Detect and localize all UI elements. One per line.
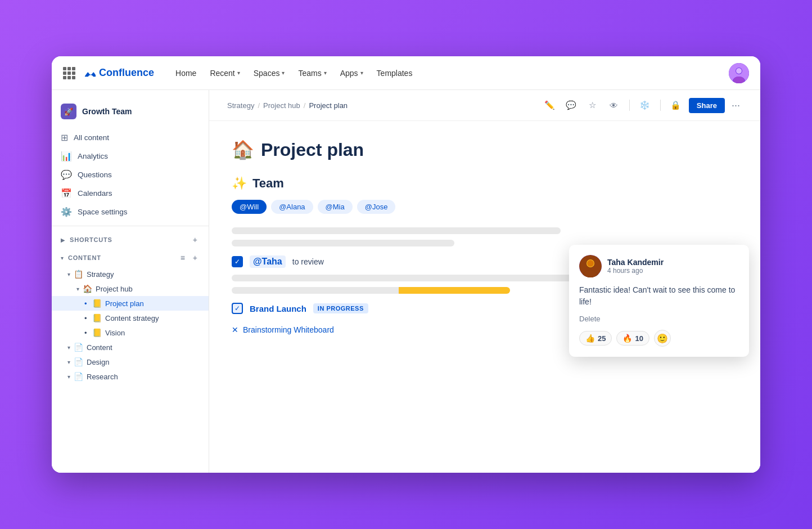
sidebar-item-calendars[interactable]: 📅 Calendars: [52, 184, 209, 203]
task-mention[interactable]: @Taha: [250, 255, 286, 268]
tag-will[interactable]: @Will: [232, 200, 267, 214]
brand-launch-checkbox[interactable]: ✓: [232, 303, 243, 314]
design-chevron: ▾: [67, 359, 70, 365]
shortcuts-chevron: ▶: [61, 237, 65, 243]
tag-jose[interactable]: @Jose: [357, 200, 396, 214]
confluence-logo[interactable]: Confluence: [84, 67, 154, 79]
content-header: Strategy / Project hub / Project plan ✏️…: [209, 90, 760, 121]
share-button[interactable]: Share: [689, 98, 725, 113]
content-section[interactable]: ▾ CONTENT ≡ +: [52, 249, 209, 267]
star-icon[interactable]: ☆: [584, 97, 601, 114]
top-nav: Confluence Home Recent ▾ Spaces ▾ Teams …: [52, 56, 760, 90]
commenter-info: Taha Kandemir 4 hours ago: [607, 258, 664, 275]
placeholder-line-1: [232, 227, 561, 234]
comment-icon[interactable]: 💬: [563, 97, 580, 114]
task-checkbox[interactable]: ✓: [232, 256, 243, 267]
content-section-left: ▾ CONTENT: [61, 254, 101, 261]
nav-teams[interactable]: Teams ▾: [292, 65, 332, 81]
tree-content-strategy[interactable]: • 📒 Content strategy: [52, 311, 209, 325]
thumbs-up-reaction[interactable]: 👍 25: [579, 331, 612, 346]
user-avatar[interactable]: [729, 63, 749, 83]
nav-home[interactable]: Home: [170, 65, 202, 81]
nav-apps[interactable]: Apps ▾: [335, 65, 369, 81]
sidebar-item-questions[interactable]: 💬 Questions: [52, 165, 209, 184]
section-emoji: ✨: [232, 176, 247, 191]
calendars-icon: 📅: [61, 188, 72, 199]
all-content-icon: ⊞: [61, 132, 68, 143]
svg-point-3: [736, 68, 742, 74]
content-actions: ✏️ 💬 ☆ 👁 ❄️ 🔒 Share ···: [542, 97, 742, 114]
team-section-title: ✨ Team: [232, 176, 738, 191]
watch-icon[interactable]: 👁: [606, 97, 622, 114]
add-reaction-button[interactable]: 🙂: [654, 330, 671, 347]
breadcrumb-current: Project plan: [309, 101, 348, 110]
lock-icon[interactable]: 🔒: [667, 97, 684, 114]
more-options-icon[interactable]: ···: [729, 100, 742, 111]
sidebar-space[interactable]: 🚀 Growth Team: [52, 99, 209, 124]
questions-icon: 💬: [61, 169, 72, 180]
task-description: to review: [292, 257, 324, 266]
project-hub-chevron: ▾: [76, 286, 79, 292]
page-content: 🏠 Project plan ✨ Team @Will @Alana @Mia …: [209, 121, 760, 352]
logo-text: Confluence: [99, 67, 154, 79]
fire-emoji: 🔥: [622, 334, 632, 343]
grid-menu-icon[interactable]: [63, 67, 75, 79]
delete-label[interactable]: Delete: [579, 315, 739, 323]
strategy-chevron: ▾: [67, 271, 70, 277]
browser-window: Confluence Home Recent ▾ Spaces ▾ Teams …: [52, 56, 760, 473]
tag-alana[interactable]: @Alana: [271, 200, 313, 214]
whiteboard-icon: ✕: [232, 325, 238, 334]
settings-icon: ⚙️: [61, 207, 72, 217]
nav-right: [729, 63, 749, 83]
nav-spaces[interactable]: Spaces ▾: [248, 65, 291, 81]
tree-content[interactable]: ▾ 📄 Content: [52, 340, 209, 355]
team-tags: @Will @Alana @Mia @Jose: [232, 200, 738, 214]
space-name: Growth Team: [82, 107, 132, 116]
placeholder-line-2: [232, 240, 454, 246]
breadcrumb: Strategy / Project hub / Project plan: [227, 101, 348, 110]
commenter-name: Taha Kandemir: [607, 258, 664, 267]
status-badge: IN PROGRESS: [313, 303, 368, 313]
tree-project-hub[interactable]: ▾ 🏠 Project hub: [52, 281, 209, 296]
breadcrumb-strategy[interactable]: Strategy: [227, 101, 254, 110]
sparkle-icon[interactable]: ❄️: [637, 97, 653, 114]
sidebar-item-all-content[interactable]: ⊞ All content: [52, 128, 209, 147]
content-filter-btn[interactable]: ≡: [178, 252, 187, 263]
sidebar-item-analytics[interactable]: 📊 Analytics: [52, 147, 209, 165]
page-title: Project plan: [261, 140, 364, 160]
placeholder-line-3: [232, 275, 576, 281]
shortcuts-actions: +: [191, 234, 200, 245]
content-add-btn[interactable]: +: [191, 252, 200, 263]
content-area: Strategy / Project hub / Project plan ✏️…: [209, 90, 760, 473]
sidebar-item-space-settings[interactable]: ⚙️ Space settings: [52, 203, 209, 221]
tree-strategy[interactable]: ▾ 📋 Strategy: [52, 267, 209, 281]
fire-reaction[interactable]: 🔥 10: [616, 331, 649, 346]
svg-point-8: [587, 260, 594, 267]
sidebar: 🚀 Growth Team ⊞ All content 📊 Analytics …: [52, 90, 209, 473]
main-layout: 🚀 Growth Team ⊞ All content 📊 Analytics …: [52, 90, 760, 473]
comment-reactions: 👍 25 🔥 10 🙂: [579, 330, 739, 347]
tree-project-plan[interactable]: • 📒 Project plan: [52, 296, 209, 311]
fire-count: 10: [635, 334, 643, 343]
comment-text: Fantastic idea! Can't wait to see this c…: [579, 284, 739, 308]
nav-recent[interactable]: Recent ▾: [204, 65, 245, 81]
page-title-row: 🏠 Project plan: [232, 139, 738, 160]
shortcuts-section[interactable]: ▶ SHORTCUTS +: [52, 231, 209, 249]
thumbs-up-count: 25: [598, 334, 606, 343]
breadcrumb-project-hub[interactable]: Project hub: [263, 101, 300, 110]
content-actions: ≡ +: [178, 252, 200, 263]
edit-icon[interactable]: ✏️: [542, 97, 558, 114]
nav-templates[interactable]: Templates: [371, 65, 418, 81]
brand-launch-label: Brand Launch: [250, 304, 306, 313]
tree-design[interactable]: ▾ 📄 Design: [52, 355, 209, 369]
comment-time: 4 hours ago: [607, 267, 664, 275]
research-chevron: ▾: [67, 374, 70, 380]
analytics-icon: 📊: [61, 151, 72, 162]
space-icon: 🚀: [61, 104, 76, 119]
tag-mia[interactable]: @Mia: [318, 200, 353, 214]
nav-links: Home Recent ▾ Spaces ▾ Teams ▾ Apps ▾ Te…: [170, 65, 724, 81]
tree-vision[interactable]: • 📒 Vision: [52, 325, 209, 340]
tree-research[interactable]: ▾ 📄 Research: [52, 369, 209, 384]
content-tree-chevron: ▾: [67, 344, 70, 351]
shortcuts-add-btn[interactable]: +: [191, 234, 200, 245]
